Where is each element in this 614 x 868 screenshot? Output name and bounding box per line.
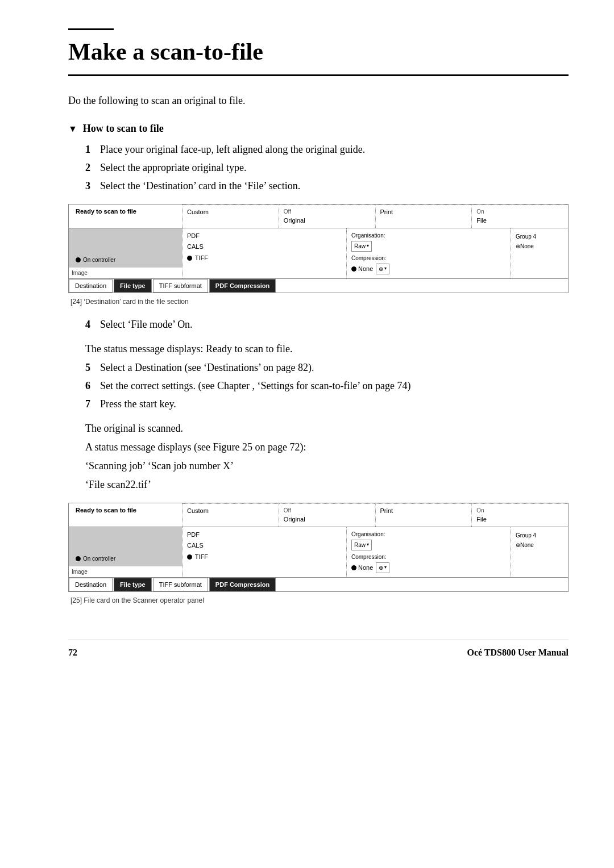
- org-row-2: Raw ▾: [351, 540, 506, 550]
- none-dropdown-1[interactable]: ⊕▾: [376, 264, 389, 274]
- manual-name: Océ TDS800 User Manual: [467, 646, 569, 660]
- step-7-text: Press the start key.: [100, 397, 569, 412]
- panel-col-custom-2: Custom: [182, 503, 279, 527]
- panel-col-original-2: Off Original: [279, 503, 376, 527]
- step-6: 6 Set the correct settings. (see Chapter…: [85, 378, 569, 394]
- step-2-num: 2: [85, 160, 96, 176]
- tab-pdf-1[interactable]: PDF Compression: [209, 279, 276, 293]
- panel-top-cols-1: Custom Off Original Print On File: [182, 205, 568, 228]
- tab-filetype-2[interactable]: File type: [114, 578, 152, 592]
- none2-text-2: ⊕None: [516, 541, 563, 549]
- none-radio-1: None ⊕▾: [351, 264, 506, 274]
- image-area-1: On controller: [69, 228, 182, 268]
- file-type-col-1: PDF CALS TIFF: [182, 228, 347, 278]
- on-controller-row-1: On controller: [72, 254, 179, 265]
- none-dropdown-2[interactable]: ⊕▾: [376, 562, 389, 573]
- org-label-2: Organisation:: [351, 530, 506, 539]
- tab-tiff-1[interactable]: TIFF subformat: [153, 279, 208, 293]
- step-7c: A status message displays (see Figure 25…: [85, 440, 569, 455]
- none-radio-filled-2: [351, 565, 356, 570]
- step-5-text: Select a Destination (see ‘Destinations’…: [100, 360, 569, 375]
- step-7b: The original is scanned.: [85, 421, 569, 436]
- panel-left-1: On controller Image: [69, 228, 182, 278]
- panel-col-print-1: Print: [376, 205, 472, 228]
- org-label-1: Organisation:: [351, 231, 506, 240]
- triangle-icon: ▼: [68, 122, 77, 136]
- none-radio-filled-1: [351, 266, 356, 272]
- compression-col-2: Group 4 ⊕None: [511, 527, 568, 577]
- tab-destination-1[interactable]: Destination: [69, 279, 113, 293]
- comp-label-1: Compression:: [351, 254, 506, 262]
- org-row-1: Raw ▾: [351, 241, 506, 252]
- panel2-caption: [25] File card on the Scanner operator p…: [70, 595, 569, 606]
- step-3: 3 Select the ‘Destination’ card in the ‘…: [85, 178, 569, 194]
- pdf-item-2: PDF: [187, 530, 342, 540]
- on-controller-label-2: On controller: [83, 554, 115, 563]
- intro-text: Do the following to scan an original to …: [68, 93, 569, 108]
- tiff-subformat-col-2: Organisation: Raw ▾ Compression: None ⊕▾: [347, 527, 511, 577]
- footer: 72 Océ TDS800 User Manual: [68, 640, 569, 660]
- page-number: 72: [68, 646, 77, 660]
- off-label-1: Off: [284, 207, 371, 216]
- custom-label-1: Custom: [187, 208, 209, 215]
- org-dropdown-1[interactable]: Raw ▾: [351, 241, 372, 252]
- radio-on-controller-1: [76, 257, 81, 262]
- on-controller-row-2: On controller: [72, 553, 179, 564]
- on-label-2: On: [476, 506, 563, 515]
- tiff-item-1: TIFF: [187, 253, 342, 263]
- none2-text-1: ⊕None: [516, 242, 563, 251]
- panel-col-custom-1: Custom: [182, 205, 279, 228]
- panel-middle-2: On controller Image PDF CALS TIFF Organi…: [69, 527, 568, 578]
- none-radio-2: None ⊕▾: [351, 562, 506, 573]
- off-label-2: Off: [284, 506, 371, 515]
- steps-list-3: 5 Select a Destination (see ‘Destination…: [85, 360, 569, 412]
- panel-ready-label-1: Ready to scan to file: [69, 205, 182, 228]
- step-6-text: Set the correct settings. (see Chapter ,…: [100, 378, 569, 394]
- compression-col-1: Group 4 ⊕None: [511, 228, 568, 278]
- none-text-2: None: [358, 563, 373, 573]
- tab-pdf-2[interactable]: PDF Compression: [209, 578, 276, 592]
- group4-text-2: Group 4: [516, 531, 563, 540]
- section-title: How to scan to file: [83, 121, 164, 136]
- steps-list-1: 1 Place your original face-up, left alig…: [85, 142, 569, 194]
- panel-middle-1: On controller Image PDF CALS TIFF Organi…: [69, 228, 568, 279]
- panel-col-file-1: On File: [472, 205, 568, 228]
- ui-panel-2: Ready to scan to file Custom Off Origina…: [68, 503, 569, 592]
- step-7-num: 7: [85, 397, 96, 412]
- step-6-num: 6: [85, 378, 96, 394]
- step-2-text: Select the appropriate original type.: [100, 160, 569, 176]
- group4-text-1: Group 4: [516, 232, 563, 241]
- tab-filetype-1[interactable]: File type: [114, 279, 152, 293]
- org-dropdown-2[interactable]: Raw ▾: [351, 540, 372, 550]
- pdf-item-1: PDF: [187, 231, 342, 241]
- tab-tiff-2[interactable]: TIFF subformat: [153, 578, 208, 592]
- file-type-col-2: PDF CALS TIFF: [182, 527, 347, 577]
- step-1: 1 Place your original face-up, left alig…: [85, 142, 569, 157]
- panel-top-bar-2: Ready to scan to file Custom Off Origina…: [69, 503, 568, 527]
- step-5-num: 5: [85, 360, 96, 375]
- image-area-2: On controller: [69, 527, 182, 566]
- steps-list-2: 4 Select ‘File mode’ On.: [85, 317, 569, 332]
- print-label-1: Print: [380, 208, 393, 215]
- panel-col-file-2: On File: [472, 503, 568, 527]
- tiff-item-2: TIFF: [187, 552, 342, 562]
- panel-top-bar-1: Ready to scan to file Custom Off Origina…: [69, 205, 568, 228]
- file-label-1: File: [476, 217, 487, 224]
- panel-ready-label-2: Ready to scan to file: [69, 503, 182, 527]
- step-4-num: 4: [85, 317, 96, 332]
- step-4-text: Select ‘File mode’ On.: [100, 317, 569, 332]
- section-header: ▼ How to scan to file: [68, 121, 569, 136]
- original-label-2: Original: [284, 516, 305, 523]
- panel-top-cols-2: Custom Off Original Print On File: [182, 503, 568, 527]
- file-label-2: File: [476, 516, 487, 523]
- panel-left-2: On controller Image: [69, 527, 182, 577]
- cals-item-2: CALS: [187, 541, 342, 550]
- step-5: 5 Select a Destination (see ‘Destination…: [85, 360, 569, 375]
- tab-destination-2[interactable]: Destination: [69, 578, 113, 592]
- step-7d: ‘Scanning job’ ‘Scan job number X’: [85, 458, 569, 474]
- step-4: 4 Select ‘File mode’ On.: [85, 317, 569, 332]
- step-7e: ‘File scan22.tif’: [85, 477, 569, 493]
- print-label-2: Print: [380, 507, 393, 514]
- tiff-subformat-col-1: Organisation: Raw ▾ Compression: None ⊕▾: [347, 228, 511, 278]
- image-label-2: Image: [69, 566, 182, 577]
